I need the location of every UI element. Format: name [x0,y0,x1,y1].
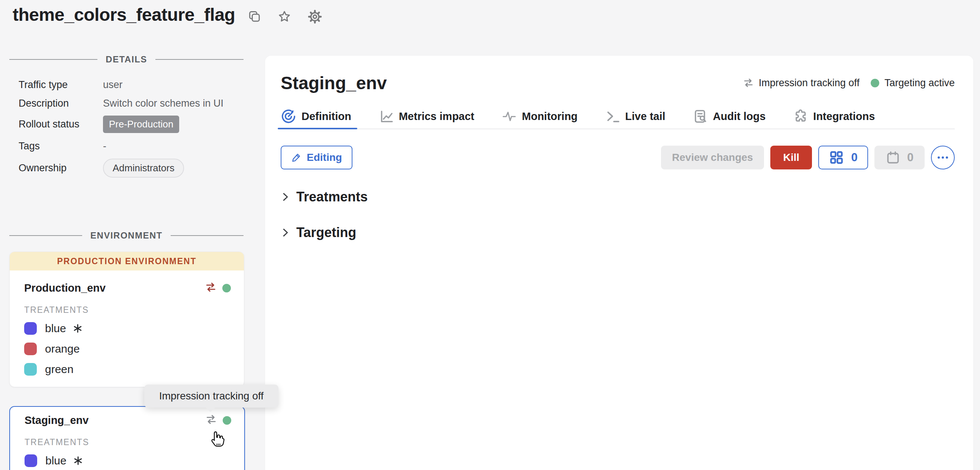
tab-bar: Definition Metrics impact Monitoring Liv… [281,104,955,129]
tab-monitoring[interactable]: Monitoring [502,104,578,129]
detail-value: - [103,140,106,152]
impression-tracking-status: Impression tracking off [743,77,859,89]
tooltip-text: Impression tracking off [159,390,264,402]
chevron-right-icon [281,228,290,237]
treatments-caption: TREATMENTS [24,437,231,448]
page-title: theme_colors_feature_flag [13,5,235,25]
default-treatment-icon [73,324,83,333]
pulse-icon [502,109,517,124]
treatment-swatch [24,363,37,376]
environment-name: Production_env [24,282,205,294]
tab-metrics-impact[interactable]: Metrics impact [379,104,474,129]
detail-label: Description [19,98,103,109]
rollout-status-badge: Pre-Production [103,116,179,133]
terminal-icon [605,109,620,124]
targeting-status-dot [871,79,879,87]
divider [155,59,243,60]
line-chart-icon [379,109,394,124]
kill-label: Kill [783,152,799,164]
more-actions-button[interactable] [931,146,955,170]
kill-button[interactable]: Kill [770,146,812,170]
review-changes-label: Review changes [672,152,753,164]
treatment-row: blue [24,321,231,336]
target-dart-icon [281,108,296,124]
gear-icon[interactable] [308,10,322,24]
tab-label: Integrations [813,110,875,122]
impression-status-text: Impression tracking off [759,77,859,89]
ellipsis-icon [938,156,940,159]
editing-label: Editing [307,152,342,164]
schedule-count-button[interactable]: 0 [874,146,924,170]
detail-row-tags: Tags - [19,138,238,154]
grid-icon [829,150,844,165]
divider [171,235,243,236]
exchange-arrows-icon [743,78,754,88]
document-search-icon [693,109,708,124]
detail-value: Switch color schemes in UI [103,98,223,109]
detail-label: Tags [19,140,103,152]
detail-label: Ownership [19,162,103,174]
treatment-name: blue [45,454,67,467]
tab-label: Definition [302,110,351,122]
chevron-right-icon [281,192,290,202]
targeting-section-toggle[interactable]: Targeting [281,222,955,243]
impression-tracking-tooltip: Impression tracking off [144,384,278,408]
tab-label: Monitoring [522,110,578,122]
treatment-name: green [45,363,73,376]
production-card-body: Production_env TREATMENTS blue [10,280,244,377]
treatment-name: blue [45,322,66,335]
treatment-row: orange [24,341,231,356]
impression-tracking-icon[interactable] [205,282,216,294]
editing-button[interactable]: Editing [281,146,352,170]
tab-definition[interactable]: Definition [281,104,351,129]
tab-live-tail[interactable]: Live tail [605,104,665,129]
staging-card-body: Staging_env TREATMENTS blue [10,412,244,468]
environment-card-production[interactable]: PRODUCTION ENVIRONMENT Production_env TR… [9,251,244,387]
default-treatment-icon [73,456,83,465]
treatment-row: blue [24,453,231,468]
puzzle-icon [793,109,808,124]
section-label: Targeting [296,225,356,240]
treatments-caption: TREATMENTS [24,304,231,316]
detail-row-description: Description Switch color schemes in UI [19,96,238,111]
tab-integrations[interactable]: Integrations [793,104,875,129]
environment-name: Staging_env [24,414,205,427]
detail-row-traffic-type: Traffic type user [19,77,238,92]
detail-row-ownership: Ownership Administrators [19,158,238,178]
review-changes-button[interactable]: Review changes [661,146,764,170]
impression-tracking-icon[interactable] [205,414,217,427]
treatments-section-toggle[interactable]: Treatments [281,186,955,207]
title-actions [247,10,322,24]
targeting-status-text: Targeting active [885,77,955,89]
star-icon[interactable] [277,10,291,24]
environment-card-staging[interactable]: Staging_env TREATMENTS blue [9,406,245,470]
pencil-icon [291,152,302,163]
treatment-row: green [24,362,231,377]
tab-label: Metrics impact [399,110,474,122]
schedule-count: 0 [907,151,913,164]
treatment-swatch [24,454,37,467]
details-heading: DETAILS [106,54,147,65]
environment-status-dot [223,416,231,425]
targeting-status: Targeting active [871,77,955,89]
divider [9,235,82,236]
divider [9,59,97,60]
ownership-pill[interactable]: Administrators [103,159,184,178]
rules-count-button[interactable]: 0 [818,146,868,170]
tab-label: Audit logs [713,110,766,122]
details-section-header: DETAILS [9,54,243,65]
copy-icon[interactable] [247,10,261,24]
treatment-name: orange [45,343,80,355]
environment-status-dot [222,284,231,292]
treatment-swatch [24,322,37,335]
toolbar: Editing Review changes Kill 0 [281,146,955,170]
environment-heading: ENVIRONMENT [90,230,162,241]
detail-row-rollout-status: Rollout status Pre-Production [19,114,238,134]
environment-title: Staging_env [281,73,387,93]
details-table: Traffic type user Description Switch col… [19,77,238,178]
environment-detail-panel: Staging_env Impression tracking off Targ… [265,56,973,470]
production-environment-banner: PRODUCTION ENVIRONMENT [10,252,244,270]
rules-count: 0 [851,151,858,164]
tab-audit-logs[interactable]: Audit logs [693,104,766,129]
treatment-swatch [24,343,37,355]
